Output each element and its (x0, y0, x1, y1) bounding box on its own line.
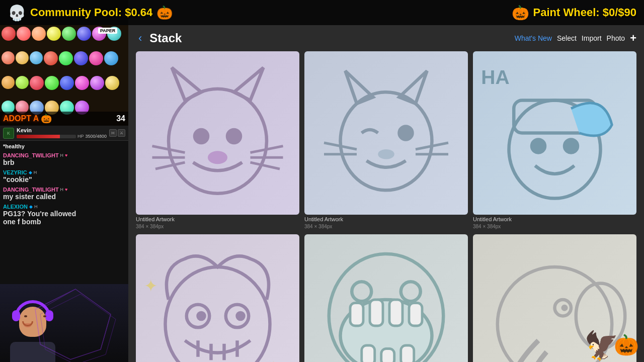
svg-point-29 (563, 138, 580, 154)
svg-text:✦: ✦ (267, 358, 281, 362)
svg-marker-0 (35, 289, 111, 359)
svg-rect-45 (389, 300, 403, 326)
chat-text-brb: brb (3, 158, 125, 166)
svg-rect-47 (362, 345, 375, 362)
badge-heart: ♥ (65, 153, 67, 158)
stack-title: Stack (149, 31, 182, 45)
pumpkin-icon-right: 🎃 (512, 5, 529, 21)
chat-message: *healthy (0, 142, 128, 151)
pumpkin-icon-top: 🎃 (156, 5, 173, 21)
svg-rect-43 (350, 303, 363, 326)
svg-marker-18 (399, 71, 427, 104)
svg-marker-1 (40, 294, 116, 362)
username-dancing1: DANCING_TWILIGHT (3, 152, 59, 158)
artwork-title: Untitled Artwork (136, 216, 299, 222)
overlay-bar: ADOPT A 🎃 34 (0, 112, 128, 126)
svg-rect-46 (409, 303, 422, 326)
add-button[interactable]: + (630, 32, 636, 45)
svg-point-7 (193, 128, 210, 145)
badge-diamond: ◆ (29, 170, 32, 175)
import-button[interactable]: Import (582, 34, 602, 42)
photo-button[interactable]: Photo (607, 34, 625, 42)
svg-rect-49 (401, 345, 414, 362)
svg-point-32 (196, 311, 206, 321)
svg-point-20 (378, 149, 394, 159)
chat-text-pg13: PG13? You're allowedone f bomb (3, 210, 125, 226)
whats-new-button[interactable]: What's New (515, 34, 552, 42)
svg-marker-6 (234, 68, 264, 101)
artwork-size: 384 × 384px (473, 224, 636, 229)
chat-message: VEZYRIC ◆ H "cookie" (0, 168, 128, 185)
paper-badge: PAPER (98, 28, 117, 34)
svg-point-30 (166, 267, 270, 362)
username-vezyric: VEZYRIC (3, 169, 27, 175)
badge-heart2: ♥ (65, 187, 67, 192)
pumpkin-small: 🎃 (41, 113, 52, 124)
artwork-thumb[interactable] (304, 234, 468, 362)
icon-h: H (109, 129, 117, 137)
svg-point-8 (226, 128, 243, 145)
artwork-thumb[interactable]: ✦ ✦ (136, 234, 299, 362)
svg-point-55 (561, 305, 568, 311)
svg-text:✦: ✦ (144, 277, 158, 295)
adopt-text: ADOPT A (3, 114, 39, 123)
svg-point-4 (169, 89, 267, 194)
chat-text-cookie: "cookie" (3, 175, 125, 184)
artwork-item[interactable]: ✦ ✦ Untitled Artwork 384 × 384px (136, 234, 299, 362)
hp-text: HP (77, 134, 84, 139)
svg-text:HA: HA (481, 66, 509, 88)
svg-point-19 (397, 125, 414, 141)
artwork-thumb[interactable]: HA (473, 51, 636, 215)
svg-point-16 (341, 92, 432, 190)
badge-h2: H (34, 170, 37, 175)
artwork-item[interactable]: Untitled Artwork 384 × 384px (136, 51, 299, 229)
chat-message: ALEXION ◆ H PG13? You're allowedone f bo… (0, 202, 128, 227)
artwork-thumb[interactable] (304, 51, 468, 215)
svg-rect-48 (381, 349, 394, 363)
select-button[interactable]: Select (557, 34, 577, 42)
community-pool-section: 💀 Community Pool: $0.64 🎃 (8, 4, 173, 22)
chat-text-sister: my sister called (3, 193, 125, 201)
artwork-item[interactable]: HA Untitled Artwork 384 × 384px (473, 51, 636, 229)
svg-point-50 (352, 282, 371, 301)
username-dancing2: DANCING_TWILIGHT (3, 187, 59, 193)
community-pool-label: Community Pool: $0.64 (30, 6, 152, 19)
back-button[interactable]: ‹ (136, 32, 144, 45)
artwork-thumb[interactable] (136, 51, 299, 215)
skull-decoration: 💀 (8, 4, 26, 22)
svg-marker-5 (172, 68, 202, 101)
streamer-cam (0, 284, 128, 362)
chat-message: DANCING_TWILIGHT H ♥ my sister called (0, 185, 128, 202)
artwork-grid: Untitled Artwork 384 × 384px (136, 51, 636, 362)
username-healthy: *healthy (3, 143, 25, 149)
badge-h: H (60, 153, 64, 158)
badge-diamond2: ◆ (29, 204, 33, 209)
main-content: ‹ Stack What's New Select Import Photo + (128, 25, 644, 362)
username-alexion: ALEXION (3, 204, 28, 210)
artwork-item[interactable]: Untitled Artwork 384 × 384px (304, 51, 468, 229)
paint-wheel-label: Paint Wheel: $0/$90 (533, 6, 636, 19)
kevin-name: Kevin (17, 127, 107, 133)
left-panel: ADOPT A 🎃 34 PAPER K Kevin HP 3500/4800 … (0, 0, 128, 362)
svg-line-15 (251, 162, 280, 169)
svg-line-3 (101, 314, 111, 349)
adopt-count: 34 (116, 114, 125, 123)
artwork-size: 384 × 384px (304, 224, 468, 229)
chat-area: *healthy DANCING_TWILIGHT H ♥ brb VEZYRI… (0, 141, 128, 284)
svg-line-12 (155, 162, 185, 169)
badge-h3: H (60, 187, 64, 192)
svg-point-28 (530, 138, 547, 154)
stack-header: ‹ Stack What's New Select Import Photo + (136, 31, 636, 45)
webcam-area: ADOPT A 🎃 34 PAPER (0, 25, 128, 126)
svg-point-34 (235, 311, 246, 321)
artwork-size: 384 × 384px (136, 224, 299, 229)
svg-marker-17 (345, 71, 373, 104)
icon-sword: ⚔ (118, 129, 125, 137)
artwork-title: Untitled Artwork (473, 216, 636, 222)
pumpkin-corner: 🎃 (614, 333, 639, 357)
paint-wheel-section: 🎃 Paint Wheel: $0/$90 (512, 5, 636, 21)
kevin-icon: K (3, 128, 14, 139)
artwork-item[interactable]: Untitled Artwork 384 × 384px (304, 234, 468, 362)
stack-browser: ‹ Stack What's New Select Import Photo + (128, 25, 644, 362)
svg-rect-44 (370, 300, 383, 326)
